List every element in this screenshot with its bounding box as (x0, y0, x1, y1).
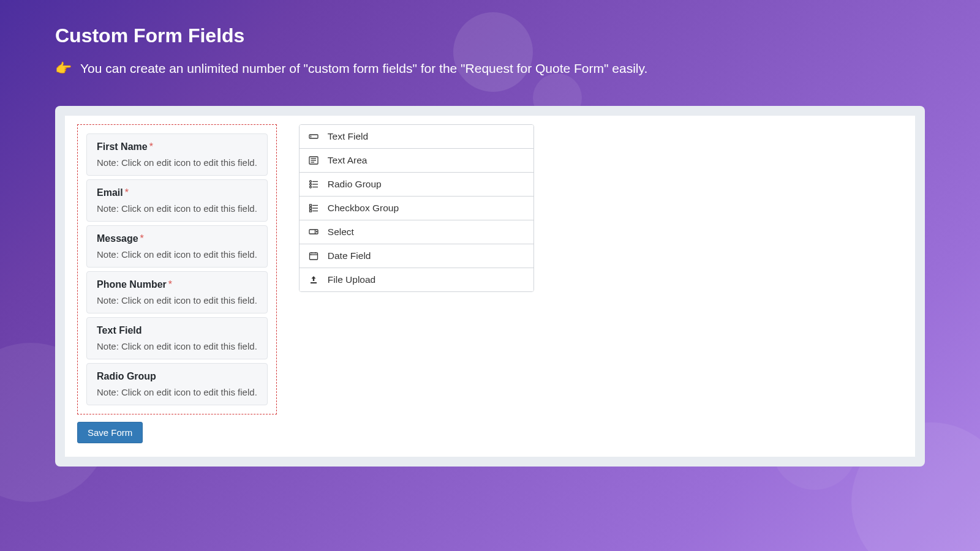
palette-label: Text Field (328, 131, 368, 142)
form-drop-zone[interactable]: First Name* Note: Click on edit icon to … (77, 124, 277, 414)
page-title: Custom Form Fields (55, 24, 925, 47)
palette-label: Date Field (328, 250, 371, 261)
field-note: Note: Click on edit icon to edit this fi… (97, 203, 257, 214)
save-form-button[interactable]: Save Form (77, 422, 143, 443)
form-field-card[interactable]: Radio Group Note: Click on edit icon to … (86, 363, 268, 405)
required-star: * (149, 141, 153, 152)
calendar-icon (308, 250, 319, 261)
palette-label: File Upload (328, 274, 375, 285)
field-label: First Name (97, 141, 148, 152)
svg-rect-14 (309, 208, 311, 209)
form-field-card[interactable]: Text Field Note: Click on edit icon to e… (86, 317, 268, 359)
form-field-card[interactable]: Email* Note: Click on edit icon to edit … (86, 179, 268, 222)
select-icon (308, 227, 319, 238)
svg-rect-12 (309, 204, 311, 206)
required-star: * (125, 187, 129, 198)
svg-rect-16 (309, 210, 311, 212)
field-label: Message (97, 233, 138, 244)
svg-point-8 (309, 184, 311, 186)
required-star: * (168, 279, 172, 290)
text-area-icon (308, 155, 319, 166)
text-field-icon (308, 131, 319, 142)
required-star: * (140, 233, 144, 244)
field-label: Phone Number (97, 279, 167, 290)
field-note: Note: Click on edit icon to edit this fi… (97, 157, 257, 168)
palette-file-upload[interactable]: File Upload (300, 268, 533, 291)
field-note: Note: Click on edit icon to edit this fi… (97, 295, 257, 305)
svg-point-6 (309, 181, 311, 182)
form-field-card[interactable]: Phone Number* Note: Click on edit icon t… (86, 271, 268, 313)
palette-select[interactable]: Select (300, 220, 533, 244)
field-label: Text Field (97, 325, 142, 335)
field-palette: Text Field Text Area Radio Group Checkbo… (299, 124, 534, 292)
form-field-card[interactable]: First Name* Note: Click on edit icon to … (86, 133, 268, 176)
palette-radio-group[interactable]: Radio Group (300, 173, 533, 197)
pointer-icon: 👉 (55, 61, 72, 77)
palette-label: Select (328, 227, 354, 238)
page-subtitle: You can create an unlimited number of "c… (80, 61, 647, 76)
palette-text-field[interactable]: Text Field (300, 125, 533, 149)
palette-label: Text Area (328, 155, 368, 166)
form-field-card[interactable]: Message* Note: Click on edit icon to edi… (86, 225, 268, 268)
field-note: Note: Click on edit icon to edit this fi… (97, 341, 257, 351)
palette-text-area[interactable]: Text Area (300, 149, 533, 173)
palette-date-field[interactable]: Date Field (300, 244, 533, 268)
palette-checkbox-group[interactable]: Checkbox Group (300, 197, 533, 220)
field-note: Note: Click on edit icon to edit this fi… (97, 249, 257, 260)
field-label: Email (97, 187, 123, 198)
svg-rect-20 (309, 253, 317, 260)
palette-label: Radio Group (328, 179, 382, 190)
field-note: Note: Click on edit icon to edit this fi… (97, 387, 257, 397)
palette-label: Checkbox Group (328, 203, 399, 214)
svg-point-10 (309, 186, 311, 188)
upload-icon (308, 274, 319, 285)
checkbox-group-icon (308, 203, 319, 214)
svg-rect-27 (311, 282, 317, 283)
radio-group-icon (308, 179, 319, 190)
field-label: Radio Group (97, 371, 156, 381)
builder-panel: First Name* Note: Click on edit icon to … (55, 106, 925, 467)
